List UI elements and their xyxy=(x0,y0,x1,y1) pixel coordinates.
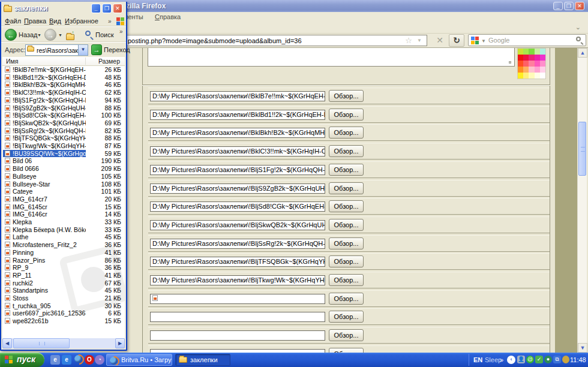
file-row[interactable]: ruchki267 КБ xyxy=(2,279,125,287)
file-path-input[interactable]: D:\My Pictures\Rasors\заклепки\!BljTkwg!… xyxy=(150,275,325,285)
palette-color-swatch[interactable] xyxy=(518,49,523,55)
file-row[interactable]: Bild 06190 КБ xyxy=(2,157,125,165)
browse-button[interactable]: Обзор... xyxy=(329,255,364,267)
palette-color-swatch[interactable] xyxy=(535,61,540,67)
file-row[interactable]: Microfasteners_Fritz_236 КБ xyxy=(2,241,125,249)
file-row[interactable]: !BljTkwg!Wk~$(KGrHqYH-C4E...87 КБ xyxy=(2,142,125,150)
palette-color-swatch[interactable] xyxy=(523,49,529,55)
file-path-input[interactable]: D:\My Pictures\Rasors\заклепки\!BklC!3!!… xyxy=(150,146,325,157)
toolbar-overflow-chevron-icon[interactable]: » xyxy=(119,28,123,35)
palette-color-swatch[interactable] xyxy=(529,49,534,55)
file-row[interactable]: !BljTFSQBGk~$(KGrHqYH-DoE...88 КБ xyxy=(2,134,125,142)
tray-status-icon[interactable]: ● xyxy=(544,356,552,363)
palette-color-swatch[interactable] xyxy=(540,73,545,79)
palette-color-swatch[interactable] xyxy=(535,67,540,73)
file-row[interactable]: Standartpins45 КБ xyxy=(2,287,125,294)
browse-button[interactable]: Обзор... xyxy=(329,200,364,212)
file-row[interactable]: !BklBd1!!2k~$(KGrHqEH-DME...48 КБ xyxy=(2,74,125,82)
file-row[interactable]: IMG_6145cr15 КБ xyxy=(2,203,125,211)
palette-color-swatch[interactable] xyxy=(523,55,529,61)
maximize-icon[interactable]: ❐ xyxy=(102,4,112,13)
file-row[interactable]: RP_1141 КБ xyxy=(2,272,125,279)
file-row[interactable]: IMG_614cr720 КБ xyxy=(2,195,125,203)
file-row[interactable]: t_ruchka_90530 КБ xyxy=(2,302,125,310)
address-dropdown-icon[interactable]: ▼ xyxy=(78,45,88,55)
file-row[interactable]: !BklB7e!!mk~$(KGrHqEH-CkEs...26 КБ xyxy=(2,66,125,74)
file-path-input[interactable]: D:\My Pictures\Rasors\заклепки\!BljS1Fg!… xyxy=(150,165,325,175)
browse-button[interactable]: Обзор... xyxy=(329,90,364,102)
tray-network-icon[interactable]: ⧉ xyxy=(553,356,561,363)
internet-explorer-e-icon[interactable]: e xyxy=(62,355,71,365)
file-path-input[interactable]: D:\My Pictures\Rasors\заклепки\!BklB7e!!… xyxy=(150,91,325,101)
scrollbar-thumb[interactable] xyxy=(578,122,586,176)
file-path-input[interactable]: D:\My Pictures\Rasors\заклепки\!BklBkh!B… xyxy=(150,128,325,138)
menu-overflow-chevron-icon[interactable]: » xyxy=(108,18,112,25)
close-icon[interactable]: ✕ xyxy=(113,4,122,13)
file-row[interactable]: !BljSkwQB2k~$(KGrHqUH-CsE...69 КБ xyxy=(2,119,125,127)
browse-button[interactable]: Обзор... xyxy=(329,311,364,323)
search-box[interactable]: ▼ Google xyxy=(468,34,586,46)
file-row[interactable]: Klepka Бёкера (H.W. Böker)33 КБ xyxy=(2,226,125,234)
palette-color-swatch[interactable] xyxy=(540,49,545,55)
palette-color-swatch[interactable] xyxy=(540,55,545,61)
file-row[interactable]: !BljS1Fg!2k~$(KGrHqQH-DgEt...94 КБ xyxy=(2,97,125,104)
browse-button[interactable]: Обзор... xyxy=(329,127,364,139)
palette-color-swatch[interactable] xyxy=(529,55,534,61)
file-row[interactable]: !BklBkh!B2k~$(KGrHqMH-DcEt...46 КБ xyxy=(2,81,125,89)
menu-edit[interactable]: Правка xyxy=(24,17,46,25)
palette-color-swatch[interactable] xyxy=(518,55,523,61)
language-indicator[interactable]: EN xyxy=(473,356,482,363)
minimize-icon[interactable]: _ xyxy=(91,4,101,13)
file-row[interactable]: wpe822c61b15 КБ xyxy=(2,317,125,325)
file-row[interactable]: Razor_Pins86 КБ xyxy=(2,257,125,264)
url-dropdown-icon[interactable]: ▼ xyxy=(417,38,422,43)
forward-icon[interactable]: → xyxy=(44,29,56,41)
start-button[interactable]: пуск xyxy=(0,353,44,367)
back-dropdown-icon[interactable]: ▼ xyxy=(37,33,41,37)
scroll-left-icon[interactable]: ◀ xyxy=(2,338,12,348)
search-engine-dropdown-icon[interactable]: ▼ xyxy=(481,38,486,44)
file-row[interactable]: !BklC!3!!mk~$(KGrHqIH-CIEs...62 КБ xyxy=(2,89,125,97)
task-button-firefox[interactable]: Britva.Ru • Загрузит... xyxy=(106,354,172,366)
file-row[interactable]: RP_936 КБ xyxy=(2,264,125,272)
minimize-icon[interactable]: _ xyxy=(553,2,563,10)
file-row[interactable]: Cateye101 КБ xyxy=(2,188,125,195)
column-divider[interactable] xyxy=(85,58,86,65)
address-combobox[interactable]: res\Rasors\заклепки ▼ xyxy=(25,44,88,56)
opera-icon[interactable]: O xyxy=(85,355,94,365)
task-button-explorer[interactable]: заклепки xyxy=(175,354,230,366)
file-row[interactable]: !BU39SSQ!Wk~$(KGrHgoH-D...59 КБ xyxy=(2,150,125,158)
file-path-input[interactable]: D:\My Pictures\Rasors\заклепки\!BljSkwQB… xyxy=(150,220,325,230)
palette-color-swatch[interactable] xyxy=(518,67,523,73)
go-icon[interactable]: → xyxy=(91,44,102,55)
search-icon[interactable] xyxy=(85,31,91,36)
file-row[interactable]: !BljS9ZgB2k~$(KGrHqUH-C8E...88 КБ xyxy=(2,104,125,112)
tray-antivirus-check-icon[interactable]: ✓ xyxy=(535,356,543,363)
palette-color-swatch[interactable] xyxy=(523,67,529,73)
menu-help[interactable]: Справка xyxy=(155,13,181,20)
file-row[interactable]: Klepka33 КБ xyxy=(2,218,125,226)
scroll-down-icon[interactable]: ▼ xyxy=(578,343,587,353)
file-path-input[interactable] xyxy=(150,294,325,304)
scrollbar-thumb[interactable] xyxy=(13,338,70,348)
up-folder-icon[interactable]: ↑ xyxy=(66,32,74,43)
close-icon[interactable]: ✕ xyxy=(575,2,584,10)
browse-button[interactable]: Обзор... xyxy=(329,164,364,176)
palette-color-swatch[interactable] xyxy=(529,73,534,79)
stop-button[interactable]: ✕ xyxy=(433,34,446,47)
palette-color-swatch[interactable] xyxy=(535,55,540,61)
file-path-input[interactable]: D:\My Pictures\Rasors\заклепки\!BljSsRg!… xyxy=(150,239,325,249)
palette-color-swatch[interactable] xyxy=(540,67,545,73)
back-label[interactable]: Назад xyxy=(19,31,38,38)
toolbar-overflow-chevron-icon[interactable]: ⌄ xyxy=(575,23,581,31)
firefox-icon[interactable] xyxy=(73,355,83,365)
browse-button[interactable]: Обзор... xyxy=(329,182,364,194)
tray-clock[interactable]: 11:48 xyxy=(570,356,586,363)
tray-collapse-icon[interactable]: ‹ xyxy=(507,356,515,364)
vertical-scrollbar[interactable]: ▲ ▼ xyxy=(577,48,587,353)
palette-color-swatch[interactable] xyxy=(518,73,523,79)
palette-color-swatch[interactable] xyxy=(535,49,540,55)
horizontal-scrollbar[interactable]: ◀ ▶ xyxy=(2,338,125,348)
color-picker-palette[interactable] xyxy=(517,48,546,79)
file-row[interactable]: IMG_6146cr14 КБ xyxy=(2,210,125,218)
